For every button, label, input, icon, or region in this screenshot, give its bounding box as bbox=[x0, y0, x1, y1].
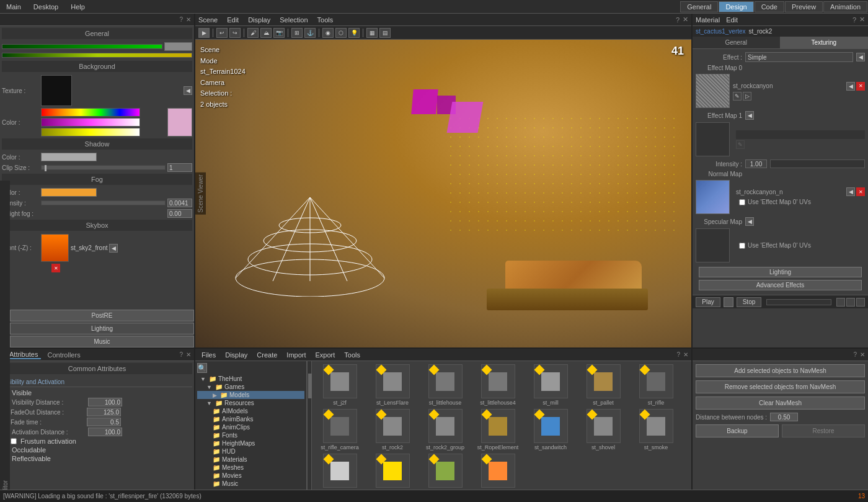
tree-item-animbanks[interactable]: 📁 AnimBanks bbox=[197, 415, 304, 423]
tab-texturing[interactable]: Texturing bbox=[781, 37, 869, 48]
tool-light[interactable]: 💡 bbox=[348, 28, 360, 38]
asset-st_sun[interactable]: st_sun bbox=[368, 454, 417, 495]
fadeout-input[interactable]: 125.0 bbox=[87, 408, 121, 416]
menu-display[interactable]: Display bbox=[248, 16, 270, 24]
attr-close-icon[interactable]: ✕ bbox=[186, 351, 191, 358]
tree-item-materials[interactable]: 📁 Materials bbox=[197, 455, 304, 464]
tab-preview[interactable]: Preview bbox=[785, 1, 823, 12]
mat-close-icon[interactable]: ✕ bbox=[859, 16, 865, 24]
menu-display-de[interactable]: Display bbox=[225, 351, 247, 359]
asset-st_rifle[interactable]: st_rifle bbox=[631, 364, 681, 406]
play-timeline[interactable] bbox=[766, 299, 831, 305]
tree-item-fonts[interactable]: 📁 Fonts bbox=[197, 431, 304, 439]
effect-map-0-close[interactable]: ✕ bbox=[856, 82, 865, 91]
restore-btn[interactable]: Restore bbox=[782, 424, 865, 437]
normal-map-close[interactable]: ✕ bbox=[856, 187, 865, 196]
vis-dist-input[interactable]: 100.0 bbox=[88, 398, 122, 406]
asset-st_shovel[interactable]: st_shovel bbox=[578, 409, 628, 450]
clear-navmesh-btn[interactable]: Clear NavMesh bbox=[696, 397, 865, 410]
rock-name[interactable]: st_rock2 bbox=[749, 28, 773, 35]
frustum-checkbox[interactable] bbox=[11, 438, 17, 444]
toggle-resources[interactable]: ▼ bbox=[206, 400, 212, 406]
tab-attributes[interactable]: Attributes bbox=[6, 351, 41, 359]
fadetime-input[interactable]: 0.5 bbox=[87, 418, 121, 426]
tab-general-mat[interactable]: General bbox=[693, 37, 781, 48]
tree-item-models[interactable]: ▶ 📁 Models bbox=[197, 391, 304, 399]
tab-code[interactable]: Code bbox=[755, 1, 784, 12]
menu-desktop[interactable]: Desktop bbox=[27, 3, 64, 11]
shadow-color-bar[interactable] bbox=[41, 153, 97, 161]
asset-st_mill[interactable]: st_mill bbox=[526, 364, 575, 406]
scene-viewport[interactable]: Scene Mode st_Terrain1024 Camera Selecti… bbox=[195, 40, 691, 347]
effect-arrow[interactable]: ◀ bbox=[856, 53, 865, 61]
navmesh-help-icon[interactable]: ? bbox=[853, 351, 857, 358]
tree-item-movies[interactable]: 📁 Movies bbox=[197, 472, 304, 480]
stop-btn[interactable]: Stop bbox=[737, 297, 761, 307]
panel-close-icon[interactable]: ✕ bbox=[186, 16, 191, 23]
menu-edit-mat[interactable]: Edit bbox=[726, 16, 738, 24]
normal-map-uvs-checkbox[interactable] bbox=[739, 199, 745, 205]
tree-item-music[interactable]: 📁 Music bbox=[197, 480, 304, 488]
tool-redo[interactable]: ↪ bbox=[229, 28, 241, 38]
effect-map-0-arrow[interactable]: ◀ bbox=[846, 82, 855, 91]
de-close-icon[interactable]: ✕ bbox=[683, 351, 688, 358]
asset-st_sunset[interactable]: st_sunset bbox=[473, 454, 523, 495]
menu-files[interactable]: Files bbox=[202, 351, 216, 359]
menu-export[interactable]: Export bbox=[316, 351, 335, 359]
color-gradient-2[interactable] bbox=[41, 118, 140, 127]
tool-undo[interactable]: ↩ bbox=[216, 28, 228, 38]
tool-grid[interactable]: ⊞ bbox=[291, 28, 303, 38]
toggle-games[interactable]: ▼ bbox=[206, 384, 212, 390]
asset-st_smoke_white[interactable]: st_smoke_white bbox=[315, 454, 365, 495]
color-gradient-3[interactable] bbox=[41, 128, 140, 137]
scene-help-icon[interactable]: ? bbox=[676, 16, 680, 24]
tree-scrollbar-thumb[interactable] bbox=[308, 374, 312, 398]
specular-map-arrow[interactable]: ◀ bbox=[745, 217, 754, 226]
play-btn[interactable]: Play bbox=[696, 297, 720, 307]
backup-btn[interactable]: Backup bbox=[696, 424, 779, 437]
skybox-arrow-btn[interactable]: ◀ bbox=[109, 244, 118, 253]
menu-scene[interactable]: Scene bbox=[198, 16, 218, 24]
menu-help[interactable]: Help bbox=[64, 3, 91, 11]
asset-st_pallet[interactable]: st_pallet bbox=[578, 364, 628, 406]
menu-tools[interactable]: Tools bbox=[317, 16, 334, 24]
menu-edit[interactable]: Edit bbox=[227, 16, 239, 24]
tab-design[interactable]: Design bbox=[719, 1, 753, 12]
color-gradient-1[interactable] bbox=[41, 108, 140, 117]
de-help-icon[interactable]: ? bbox=[676, 351, 680, 358]
panel-help-icon[interactable]: ? bbox=[179, 16, 183, 23]
attr-help-icon[interactable]: ? bbox=[179, 351, 183, 358]
tool-terrain[interactable]: ⛰ bbox=[260, 28, 272, 38]
tree-item-animclips[interactable]: 📁 AnimClips bbox=[197, 423, 304, 431]
tool-anchor[interactable]: ⚓ bbox=[304, 28, 316, 38]
tree-item-resources[interactable]: ▼ 📁 Resources bbox=[197, 399, 304, 407]
tree-item-hud[interactable]: 📁 HUD bbox=[197, 447, 304, 455]
asset-st_rock2_group[interactable]: st_rock2_group bbox=[420, 409, 470, 450]
tab-controllers[interactable]: Controllers bbox=[44, 351, 83, 359]
asset-st_littlehouse4[interactable]: st_littlehouse4 bbox=[473, 364, 523, 406]
adv-effects-btn[interactable]: Advanced Effects bbox=[699, 280, 862, 290]
fog-density-input[interactable]: 0.0041 bbox=[167, 199, 192, 207]
asset-st_sandwitch[interactable]: st_sandwitch bbox=[526, 409, 575, 450]
intensity-input[interactable]: 1.00 bbox=[745, 159, 767, 168]
texture-preview[interactable] bbox=[41, 75, 72, 106]
tool-paint[interactable]: 🖌 bbox=[247, 28, 259, 38]
tree-item-aimodels[interactable]: 📁 AIModels bbox=[197, 407, 304, 415]
tool-select[interactable]: ▶ bbox=[198, 28, 210, 38]
toggle-thehunt[interactable]: ▼ bbox=[200, 376, 206, 382]
fog-color-bar[interactable] bbox=[41, 188, 97, 197]
tool-extra2[interactable]: ▤ bbox=[379, 28, 391, 38]
remove-navmesh-btn[interactable]: Remove selected objects from NavMesh bbox=[696, 380, 865, 393]
effect-select[interactable]: Simple bbox=[745, 52, 853, 62]
asset-st_rifle_camera[interactable]: st_rifle_camera bbox=[315, 409, 365, 450]
tool-sphere[interactable]: ◉ bbox=[322, 28, 334, 38]
playbar-btn-1[interactable] bbox=[836, 298, 845, 307]
menu-import[interactable]: Import bbox=[286, 351, 306, 359]
tool-cam[interactable]: 📷 bbox=[273, 28, 285, 38]
clip-size-slider[interactable] bbox=[41, 165, 166, 170]
asset-st_smoke[interactable]: st_smoke bbox=[631, 409, 681, 450]
edit-icon-em1[interactable]: ✎ bbox=[736, 140, 745, 149]
edit-icon-2[interactable]: ▷ bbox=[743, 92, 751, 101]
specular-uvs-checkbox[interactable] bbox=[739, 243, 745, 249]
tree-item-meshes[interactable]: 📁 Meshes bbox=[197, 464, 304, 472]
